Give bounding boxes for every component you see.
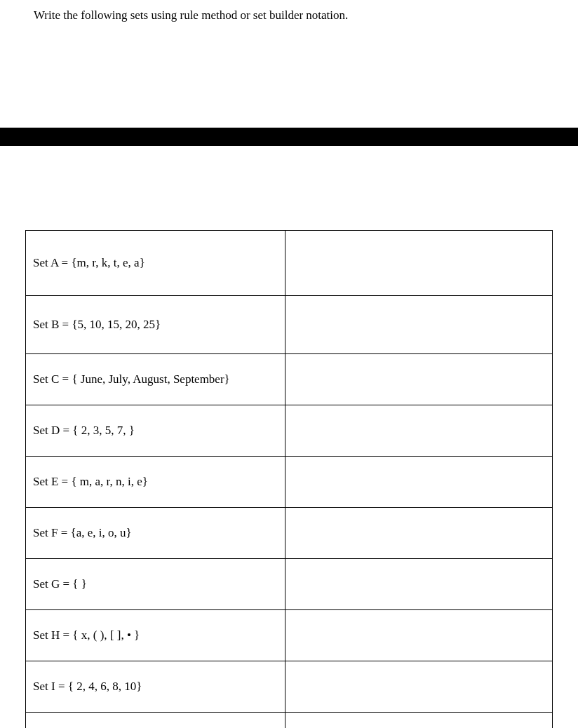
set-c-label: Set C = { June, July, August, September} [26,354,285,405]
instruction-text: Write the following sets using rule meth… [0,0,578,22]
table-row: Set E = { m, a, r, n, i, e} [26,457,553,508]
table-row: Set A = {m, r, k, t, e, a} [26,231,553,296]
table-row: Set B = {5, 10, 15, 20, 25} [26,296,553,354]
set-h-label: Set H = { x, ( ), [ ], • } [26,610,285,661]
table-row: Set F = {a, e, i, o, u} [26,508,553,559]
table-row: Set J = {3, 5, 7, 9, 11, 13} [26,713,553,729]
set-d-label: Set D = { 2, 3, 5, 7, } [26,405,285,457]
set-e-answer [285,457,552,508]
set-j-label: Set J = {3, 5, 7, 9, 11, 13} [26,713,285,729]
set-c-answer [285,354,552,405]
set-f-label: Set F = {a, e, i, o, u} [26,508,285,559]
set-h-answer [285,610,552,661]
set-b-answer [285,296,552,354]
set-a-label: Set A = {m, r, k, t, e, a} [26,231,285,296]
table-row: Set I = { 2, 4, 6, 8, 10} [26,661,553,713]
sets-table-wrap: Set A = {m, r, k, t, e, a} Set B = {5, 1… [25,230,553,728]
table-row: Set D = { 2, 3, 5, 7, } [26,405,553,457]
set-d-answer [285,405,552,457]
set-i-answer [285,661,552,713]
set-a-answer [285,231,552,296]
table-row: Set H = { x, ( ), [ ], • } [26,610,553,661]
set-i-label: Set I = { 2, 4, 6, 8, 10} [26,661,285,713]
set-g-label: Set G = { } [26,559,285,610]
set-e-label: Set E = { m, a, r, n, i, e} [26,457,285,508]
table-row: Set G = { } [26,559,553,610]
divider-bar [0,128,578,146]
table-row: Set C = { June, July, August, September} [26,354,553,405]
set-j-answer [285,713,552,729]
set-b-label: Set B = {5, 10, 15, 20, 25} [26,296,285,354]
sets-table: Set A = {m, r, k, t, e, a} Set B = {5, 1… [25,230,553,728]
set-g-answer [285,559,552,610]
set-f-answer [285,508,552,559]
page: Write the following sets using rule meth… [0,0,578,728]
